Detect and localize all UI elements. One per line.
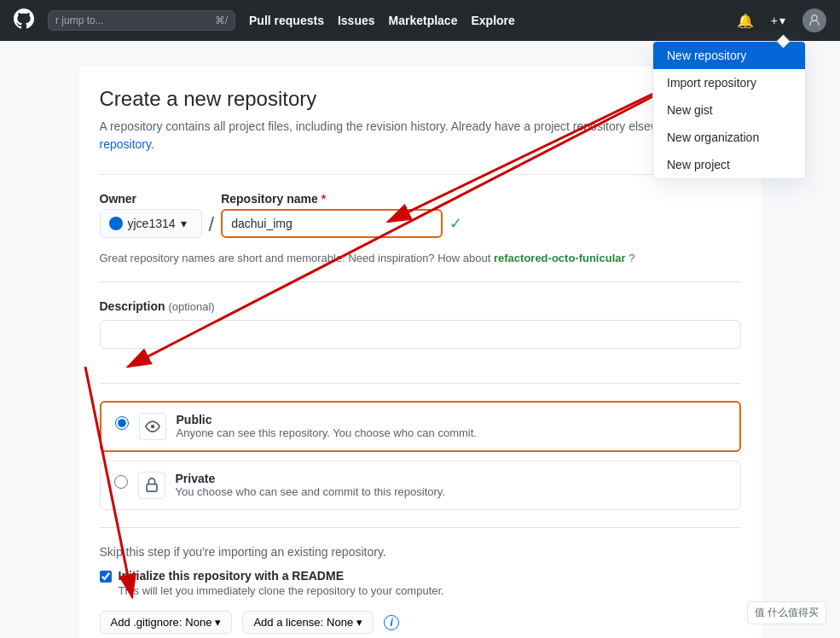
repo-name-field-group: Repository name * (221, 192, 443, 238)
page-title: Create a new repository (100, 67, 741, 111)
divider-2 (100, 281, 741, 282)
description-input[interactable] (100, 320, 741, 349)
search-shortcut: ⌘/ (215, 14, 228, 26)
init-section: Skip this step if you're importing an ex… (100, 545, 741, 634)
owner-label: Owner (100, 192, 202, 206)
nav-links: Pull requests Issues Marketplace Explore (249, 14, 515, 27)
navbar: r jump to... ⌘/ Pull requests Issues Mar… (0, 0, 840, 41)
nav-pull-requests[interactable]: Pull requests (249, 14, 324, 27)
owner-field-group: Owner yjce1314 ▾ (100, 192, 202, 238)
private-title: Private (176, 472, 727, 485)
plus-menu-button[interactable]: + ▾ (764, 10, 792, 31)
init-readme-text: Initialize this repository with a README… (119, 569, 444, 597)
public-desc: Anyone can see this repository. You choo… (177, 426, 726, 439)
divider-4 (100, 527, 741, 528)
owner-avatar (109, 217, 123, 230)
repo-name-input[interactable] (221, 209, 443, 238)
description-label: Description (optional) (100, 299, 741, 313)
slash-separator: / (209, 212, 215, 238)
license-select[interactable]: Add a license: None ▾ (242, 611, 374, 634)
license-chevron: ▾ (356, 616, 362, 629)
private-option-text: Private You choose who can see and commi… (176, 472, 727, 498)
optional-tag: (optional) (168, 300, 214, 313)
init-skip-text: Skip this step if you're importing an ex… (100, 545, 741, 559)
plus-icon: + (771, 14, 778, 27)
github-logo[interactable] (14, 9, 34, 33)
divider-3 (100, 383, 741, 384)
gitignore-select[interactable]: Add .gitignore: None ▾ (100, 611, 233, 634)
gitignore-chevron: ▾ (215, 616, 221, 629)
public-icon (139, 413, 166, 440)
public-option-text: Public Anyone can see this repository. Y… (177, 413, 726, 439)
nav-marketplace[interactable]: Marketplace (389, 14, 458, 27)
dropdowns-row: Add .gitignore: None ▾ Add a license: No… (100, 611, 741, 634)
search-box[interactable]: r jump to... ⌘/ (48, 10, 235, 31)
dropdown-new-organization[interactable]: New organization (653, 124, 805, 151)
owner-chevron: ▾ (181, 217, 187, 230)
nav-issues[interactable]: Issues (338, 14, 375, 27)
search-placeholder: r jump to... (55, 14, 104, 26)
private-desc: You choose who can see and commit to thi… (176, 485, 727, 498)
suggestion-text: Great repository names are short and mem… (100, 252, 741, 264)
init-readme-row: Initialize this repository with a README… (100, 569, 741, 597)
init-readme-checkbox[interactable] (100, 571, 112, 583)
private-icon (138, 472, 165, 499)
info-icon[interactable]: i (384, 615, 399, 630)
plus-chevron: ▾ (779, 14, 785, 27)
dropdown-menu: New repository Import repository New gis… (652, 41, 806, 179)
dropdown-new-project[interactable]: New project (653, 151, 805, 178)
init-readme-label: Initialize this repository with a README (119, 569, 444, 583)
owner-repo-row: Owner yjce1314 ▾ / Repository name * ✓ (100, 192, 741, 238)
dropdown-import-repository[interactable]: Import repository (653, 69, 805, 96)
navbar-right: 🔔 + ▾ (737, 9, 826, 32)
suggestion-name-link[interactable]: refactored-octo-funicular (494, 252, 626, 264)
owner-name: yjce1314 (128, 217, 176, 230)
description-field-group: Description (optional) (100, 299, 741, 366)
init-readme-sublabel: This will let you immediately clone the … (119, 584, 444, 597)
valid-icon: ✓ (449, 214, 462, 233)
user-avatar-button[interactable] (802, 9, 826, 32)
dropdown-new-gist[interactable]: New gist (653, 96, 805, 124)
public-radio[interactable] (115, 416, 129, 430)
private-option[interactable]: Private You choose who can see and commi… (100, 461, 741, 510)
public-title: Public (177, 413, 726, 426)
owner-select[interactable]: yjce1314 ▾ (100, 209, 202, 238)
page-subtitle: A repository contains all project files,… (100, 118, 741, 154)
divider-1 (100, 174, 741, 175)
dropdown-new-repository[interactable]: New repository (653, 42, 805, 69)
watermark: 值 什么值得买 (747, 601, 826, 624)
public-option[interactable]: Public Anyone can see this repository. Y… (100, 401, 741, 452)
notification-icon[interactable]: 🔔 (737, 13, 754, 29)
repo-name-label: Repository name * (221, 192, 443, 206)
nav-explore[interactable]: Explore (471, 14, 514, 27)
required-star: * (322, 192, 326, 206)
private-radio[interactable] (114, 475, 128, 489)
